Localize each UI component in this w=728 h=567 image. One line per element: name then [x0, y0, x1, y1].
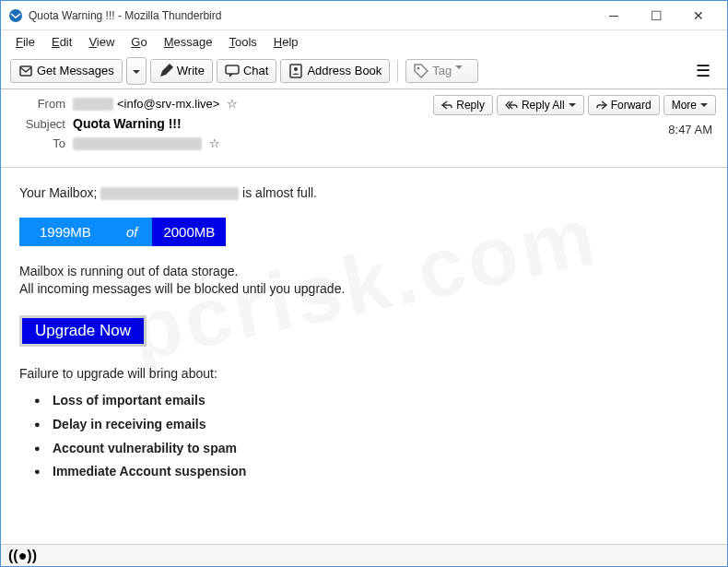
pencil-icon — [159, 64, 173, 78]
forward-icon — [596, 100, 607, 111]
menu-view[interactable]: View — [81, 33, 122, 51]
reply-button[interactable]: Reply — [433, 95, 493, 115]
forward-button[interactable]: Forward — [588, 95, 660, 115]
statusbar: ((●)) — [1, 544, 727, 566]
menu-file[interactable]: File — [8, 33, 42, 51]
toolbar-separator — [397, 60, 398, 82]
tag-label: Tag — [432, 64, 452, 77]
get-messages-dropdown[interactable] — [126, 57, 147, 85]
address-book-button[interactable]: Address Book — [280, 59, 390, 83]
subject-value: Quota Warning !!! — [73, 116, 182, 131]
chevron-down-icon — [700, 101, 708, 109]
chevron-down-icon — [455, 64, 470, 78]
quota-used: 1999MB — [19, 218, 112, 246]
address-book-icon — [288, 64, 303, 78]
menu-tools[interactable]: Tools — [221, 33, 264, 51]
chevron-down-icon — [569, 101, 576, 109]
maximize-button[interactable]: ☐ — [635, 2, 677, 30]
reply-label: Reply — [456, 99, 485, 112]
consequence-list: Loss of important emails Delay in receiv… — [19, 392, 709, 480]
menu-message[interactable]: Message — [157, 33, 220, 51]
close-button[interactable]: ✕ — [677, 2, 720, 30]
quota-total: 2000MB — [152, 218, 226, 246]
list-item: Account vulnerability to spam — [53, 440, 709, 458]
minimize-button[interactable]: ─ — [593, 2, 635, 30]
more-button[interactable]: More — [663, 95, 716, 115]
svg-rect-1 — [20, 66, 31, 76]
app-icon — [8, 8, 23, 23]
reply-all-button[interactable]: Reply All — [497, 95, 584, 115]
to-label: To — [16, 136, 65, 150]
upgrade-button-wrap: Upgrade Now — [19, 315, 147, 347]
star-recipient-button[interactable]: ☆ — [209, 136, 220, 150]
write-label: Write — [177, 64, 205, 77]
window-title: Quota Warning !!! - Mozilla Thunderbird — [29, 9, 593, 22]
get-messages-button[interactable]: Get Messages — [10, 59, 123, 83]
reply-all-label: Reply All — [522, 99, 565, 112]
tag-icon — [414, 64, 429, 78]
failure-intro: Failure to upgrade will bring about: — [19, 365, 709, 384]
get-messages-label: Get Messages — [37, 64, 114, 77]
email-body: Your Mailbox; is almost full. 1999MB of … — [1, 168, 727, 503]
app-menu-button[interactable]: ☰ — [688, 57, 718, 85]
redacted-recipient — [73, 137, 202, 150]
warning-line-2: All incoming messages will be blocked un… — [19, 280, 709, 299]
address-book-label: Address Book — [307, 64, 382, 77]
upgrade-now-button[interactable]: Upgrade Now — [22, 318, 144, 344]
list-item: Delay in receiving emails — [53, 416, 709, 434]
warning-line-1: Mailbox is running out of data storage. — [19, 263, 709, 281]
tag-button[interactable]: Tag — [405, 59, 478, 83]
menubar: File Edit View Go Message Tools Help — [1, 30, 727, 53]
reply-all-icon — [505, 100, 518, 111]
quota-of: of — [112, 218, 153, 246]
mailbox-intro: Your Mailbox; is almost full. — [19, 184, 709, 203]
to-value: ☆ — [73, 136, 220, 150]
warning-text: Mailbox is running out of data storage. … — [19, 263, 709, 299]
from-label: From — [16, 97, 65, 111]
message-headers: Reply Reply All Forward More From <info@… — [1, 89, 727, 168]
write-button[interactable]: Write — [150, 59, 213, 83]
more-label: More — [672, 99, 697, 112]
subject-label: Subject — [16, 117, 65, 131]
inbox-icon — [18, 64, 33, 78]
chat-button[interactable]: Chat — [217, 59, 276, 83]
window-controls: ─ ☐ ✕ — [593, 2, 720, 30]
message-actions: Reply Reply All Forward More — [433, 95, 716, 115]
mailbox-suffix: is almost full. — [242, 185, 317, 200]
timestamp: 8:47 AM — [668, 123, 712, 136]
list-item: Immediate Account suspension — [53, 463, 709, 481]
svg-point-0 — [9, 9, 22, 22]
chevron-down-icon — [133, 68, 140, 76]
menu-edit[interactable]: Edit — [44, 33, 79, 51]
svg-point-5 — [417, 66, 420, 69]
titlebar: Quota Warning !!! - Mozilla Thunderbird … — [1, 1, 727, 30]
menu-help[interactable]: Help — [266, 33, 306, 51]
list-item: Loss of important emails — [53, 392, 709, 410]
forward-label: Forward — [611, 99, 652, 112]
chat-icon — [225, 64, 240, 78]
mailbox-prefix: Your Mailbox; — [19, 185, 100, 200]
svg-point-4 — [294, 67, 298, 71]
quota-bar: 1999MB of 2000MB — [19, 218, 314, 246]
svg-rect-2 — [226, 65, 239, 74]
chat-label: Chat — [243, 64, 268, 77]
from-value: <info@srv-mx.live> ☆ — [73, 97, 238, 111]
from-email: <info@srv-mx.live> — [117, 97, 219, 111]
connection-icon: ((●)) — [8, 548, 37, 564]
menu-go[interactable]: Go — [123, 33, 154, 51]
redacted-sender-name — [73, 98, 113, 111]
reply-icon — [441, 100, 452, 111]
redacted-mailbox-address — [100, 187, 239, 200]
toolbar: Get Messages Write Chat Address Book Tag… — [1, 53, 727, 89]
star-contact-button[interactable]: ☆ — [227, 97, 238, 111]
